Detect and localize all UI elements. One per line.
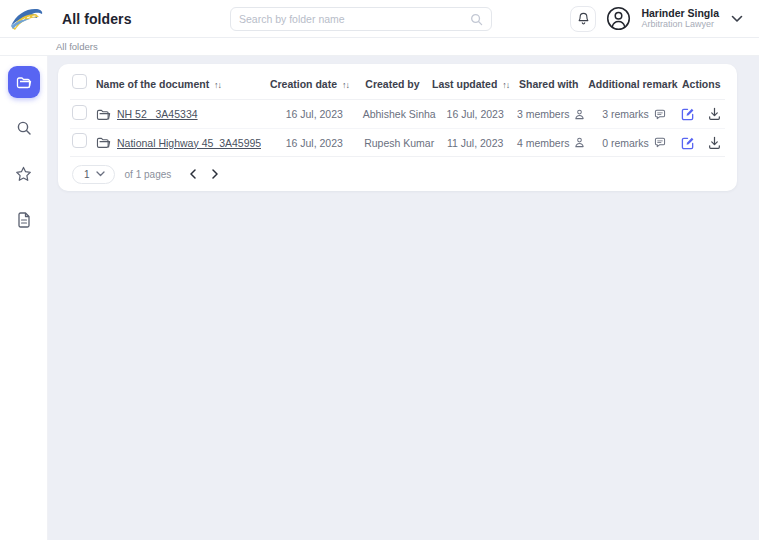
column-header-additional-remark: Additional remark: [588, 78, 677, 90]
row-checkbox[interactable]: [72, 133, 87, 148]
column-header-creation-date[interactable]: Creation date ↑↓: [266, 78, 353, 90]
sidebar-item-search[interactable]: [8, 112, 40, 144]
remarks-cell: 0 remarks: [592, 137, 677, 149]
header-actions: Harinder Singla Arbitration Lawyer: [570, 6, 745, 32]
folder-icon: [96, 136, 111, 149]
top-header: All folders: [0, 0, 759, 38]
creation-date-cell: 16 Jul, 2023: [270, 108, 359, 120]
page-count-label: of 1 pages: [125, 169, 172, 180]
table-row: National Highway 45_3A45995 16 Jul, 2023…: [70, 128, 725, 156]
last-updated-cell: 16 Jul, 2023: [440, 108, 511, 120]
row-checkbox[interactable]: [72, 105, 87, 120]
folders-table-card: Name of the document ↑↓ Creation date ↑↓…: [58, 64, 737, 191]
members-icon: [574, 109, 585, 120]
next-page-button[interactable]: [211, 169, 219, 179]
folder-name-link[interactable]: National Highway 45_3A45995: [117, 137, 261, 149]
edit-button[interactable]: [681, 107, 695, 121]
search-input[interactable]: [239, 13, 470, 25]
column-header-created-by: Created by: [353, 78, 432, 90]
sort-icon[interactable]: ↑↓: [502, 80, 509, 90]
previous-page-button[interactable]: [189, 169, 197, 179]
breadcrumb[interactable]: All folders: [56, 41, 98, 52]
folder-name-link[interactable]: NH 52_ 3A45334: [117, 108, 198, 120]
sidebar-item-documents[interactable]: [8, 204, 40, 236]
sidebar: [0, 56, 48, 540]
breadcrumb-bar: All folders: [0, 38, 759, 56]
sidebar-item-starred[interactable]: [8, 158, 40, 190]
sidebar-item-folders[interactable]: [8, 66, 40, 98]
chevron-down-icon: [731, 15, 743, 23]
folder-icon: [16, 75, 32, 89]
column-header-shared-with: Shared with: [509, 78, 588, 90]
notifications-button[interactable]: [570, 6, 596, 32]
folder-icon: [96, 108, 111, 121]
user-avatar[interactable]: [606, 6, 631, 31]
last-updated-cell: 11 Jul, 2023: [440, 137, 511, 149]
search-icon: [16, 120, 32, 136]
user-menu-button[interactable]: [729, 13, 745, 25]
page-select[interactable]: 1: [72, 165, 115, 184]
chevron-down-icon: [96, 171, 105, 177]
table-row: NH 52_ 3A45334 16 Jul, 2023 Abhishek Sin…: [70, 100, 725, 128]
download-button[interactable]: [708, 136, 721, 150]
user-role: Arbitration Lawyer: [641, 19, 719, 29]
page-title: All folders: [62, 11, 132, 27]
column-header-last-updated[interactable]: Last updated ↑↓: [432, 78, 509, 90]
star-icon: [15, 166, 32, 182]
shared-with-cell: 3 members: [511, 108, 592, 120]
bell-icon: [577, 12, 590, 26]
created-by-cell: Rupesh Kumar: [359, 137, 440, 149]
column-header-name[interactable]: Name of the document ↑↓: [96, 78, 266, 90]
created-by-cell: Abhishek Sinha: [359, 108, 440, 120]
shared-with-cell: 4 members: [511, 137, 592, 149]
remarks-cell: 3 remarks: [592, 108, 677, 120]
user-info: Harinder Singla Arbitration Lawyer: [641, 7, 719, 29]
highway-logo-icon: [8, 4, 46, 34]
table-header-row: Name of the document ↑↓ Creation date ↑↓…: [70, 68, 725, 100]
members-icon: [574, 137, 585, 148]
search-icon: [470, 13, 483, 26]
main-content: Name of the document ↑↓ Creation date ↑↓…: [48, 56, 759, 540]
remarks-chat-icon: [654, 137, 666, 148]
app-window: All folders: [0, 0, 759, 540]
remarks-chat-icon: [654, 109, 666, 120]
user-name: Harinder Singla: [641, 7, 719, 19]
creation-date-cell: 16 Jul, 2023: [270, 137, 359, 149]
select-all-checkbox[interactable]: [72, 74, 87, 89]
edit-button[interactable]: [681, 136, 695, 150]
document-icon: [17, 212, 31, 228]
column-header-actions: Actions: [678, 78, 725, 90]
download-button[interactable]: [708, 107, 721, 121]
current-page: 1: [84, 169, 90, 180]
pagination: 1 of 1 pages: [70, 156, 725, 191]
sort-icon[interactable]: ↑↓: [342, 80, 349, 90]
sort-icon[interactable]: ↑↓: [214, 80, 221, 90]
search-bar: [230, 7, 492, 31]
